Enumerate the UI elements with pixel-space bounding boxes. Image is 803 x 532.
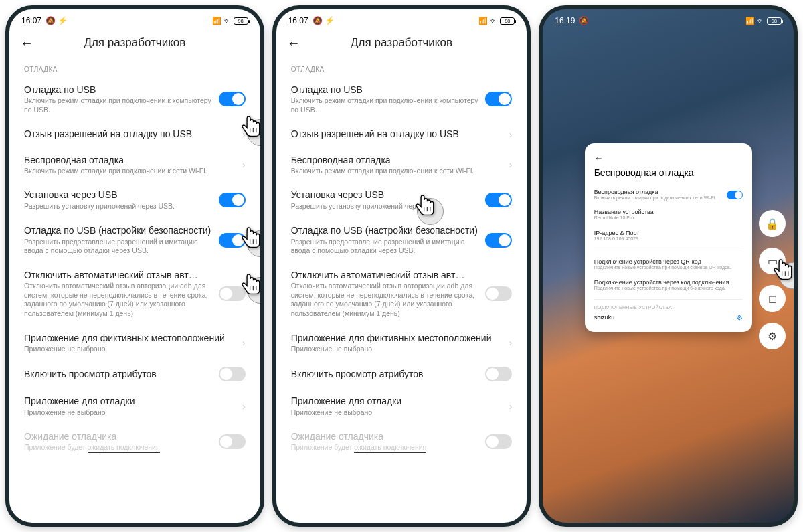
card-row-sub: Подключите новые устройства при помощи с…	[594, 265, 743, 270]
status-bar: 16:19🔕 📶 ᯤ98	[543, 9, 794, 29]
card-row-device-name[interactable]: Название устройстваRedmi Note 10 Pro	[594, 205, 743, 225]
toggle-auto-revoke[interactable]	[219, 286, 246, 301]
row-attr-view[interactable]: Включить просмотр атрибутов	[276, 360, 527, 388]
toggle-auto-revoke[interactable]	[485, 286, 512, 301]
card-row-sub: 192.168.0.109:40079	[594, 236, 743, 242]
toggle-wireless-card[interactable]	[727, 191, 743, 199]
battery-icon: 98	[234, 17, 248, 25]
toggle-usb-security[interactable]	[485, 233, 512, 248]
row-usb-debug[interactable]: Отладка по USBВключить режим отладки при…	[276, 77, 527, 121]
card-row-code-pair[interactable]: Подключение устройств через код подключе…	[594, 275, 743, 295]
header: ← Для разработчиков	[9, 29, 260, 56]
row-install-usb[interactable]: Установка через USBРазрешить установку п…	[9, 182, 260, 217]
row-mock-location[interactable]: Приложение для фиктивных местоположенийП…	[276, 325, 527, 361]
side-btn-settings[interactable]: ⚙	[759, 323, 786, 349]
row-sub: Приложение не выбрано	[24, 408, 236, 418]
row-wireless[interactable]: Беспроводная отладкаВключить режим отлад…	[9, 147, 260, 183]
row-attr-view[interactable]: Включить просмотр атрибутов	[9, 360, 260, 388]
side-btn-lock[interactable]: 🔒	[759, 210, 786, 237]
toggle-wait-debugger	[219, 434, 246, 449]
row-title: Ожидание отладчика	[291, 430, 479, 442]
chevron-icon: ›	[242, 129, 246, 140]
window-icon: ◻	[768, 292, 777, 305]
row-title: Установка через USB	[24, 189, 212, 201]
row-debug-app[interactable]: Приложение для отладкиПриложение не выбр…	[9, 388, 260, 424]
row-auto-revoke[interactable]: Отключить автоматический отзыв авт…Отклю…	[9, 262, 260, 325]
chevron-icon: ›	[242, 401, 246, 412]
card-row-ip-port[interactable]: IP-адрес & Порт192.168.0.109:40079	[594, 226, 743, 246]
card-row-wireless[interactable]: Беспроводная отладкаВключить режим отлад…	[594, 185, 743, 205]
row-title: Беспроводная отладка	[291, 154, 503, 166]
toggle-usb-debug[interactable]	[485, 92, 512, 106]
status-time: 16:19	[555, 16, 575, 25]
row-wireless[interactable]: Беспроводная отладкаВключить режим отлад…	[276, 147, 527, 183]
row-revoke[interactable]: Отзыв разрешений на отладку по USB ›	[276, 121, 527, 147]
header: ← Для разработчиков	[276, 29, 527, 56]
row-sub: Разрешить установку приложений через USB…	[24, 202, 212, 211]
row-sub: Отключить автоматический отзыв авторизац…	[24, 282, 212, 319]
card-row-title: Беспроводная отладка	[594, 189, 727, 195]
card-back-icon[interactable]: ←	[594, 153, 743, 163]
status-icons: 🔕 ⚡	[313, 16, 335, 25]
row-usb-security[interactable]: Отладка по USB (настройки безопасности)Р…	[9, 217, 260, 262]
card-row-qr-pair[interactable]: Подключение устройств через QR-кодПодклю…	[594, 254, 743, 274]
phone-3: 16:19🔕 📶 ᯤ98 ← Беспроводная отладка Бесп…	[539, 5, 798, 527]
toggle-usb-security[interactable]	[219, 233, 246, 248]
toggle-wait-debugger	[485, 434, 512, 449]
page-title: Для разработчиков	[287, 36, 517, 50]
card-row-sub: Включить режим отладки при подключении к…	[594, 195, 727, 201]
device-name: shizuku	[594, 314, 615, 321]
chevron-icon: ›	[509, 159, 513, 170]
battery-icon: 98	[767, 17, 782, 25]
row-title: Отладка по USB	[291, 84, 479, 96]
card-row-title: IP-адрес & Порт	[594, 230, 743, 236]
status-bar: 16:07🔕 ⚡ 📶 ᯤ98	[9, 9, 260, 29]
page-title: Для разработчиков	[20, 36, 250, 50]
row-title: Установка через USB	[291, 189, 479, 201]
chevron-icon: ›	[509, 401, 513, 412]
row-title: Включить просмотр атрибутов	[24, 368, 212, 380]
row-sub: Приложение не выбрано	[24, 345, 236, 354]
back-arrow-icon[interactable]: ←	[20, 35, 33, 51]
gear-icon[interactable]: ⚙	[737, 314, 743, 321]
row-title: Отзыв разрешений на отладку по USB	[291, 128, 503, 140]
phone-2: 16:07🔕 ⚡ 📶 ᯤ98 ← Для разработчиков ОТЛАД…	[272, 5, 531, 527]
row-revoke[interactable]: Отзыв разрешений на отладку по USB ›	[9, 121, 260, 147]
row-title: Отключить автоматический отзыв авт…	[291, 269, 479, 281]
toggle-usb-debug[interactable]	[219, 92, 246, 106]
cursor-bg	[417, 198, 444, 225]
card-device-row[interactable]: shizuku ⚙	[594, 310, 743, 325]
back-arrow-icon[interactable]: ←	[287, 35, 300, 51]
row-title: Приложение для фиктивных местоположений	[291, 332, 503, 344]
section-label: ОТЛАДКА	[276, 56, 527, 77]
card-row-title: Название устройства	[594, 209, 743, 215]
row-debug-app[interactable]: Приложение для отладкиПриложение не выбр…	[276, 388, 527, 424]
chevron-icon: ›	[242, 159, 246, 170]
row-auto-revoke[interactable]: Отключить автоматический отзыв авт…Отклю…	[276, 262, 527, 325]
divider	[594, 299, 743, 300]
card-row-title: Подключение устройств через QR-код	[594, 258, 743, 265]
toggle-attr-view[interactable]	[219, 367, 246, 381]
row-wait-debugger: Ожидание отладчикаПриложение будет ожида…	[9, 424, 260, 460]
row-install-usb[interactable]: Установка через USBРазрешить установку п…	[276, 182, 527, 217]
card-row-sub: Redmi Note 10 Pro	[594, 215, 743, 221]
row-sub-b: ожидать подключения	[354, 443, 426, 453]
row-usb-security[interactable]: Отладка по USB (настройки безопасности)Р…	[276, 217, 527, 262]
signal-icon: 📶 ᯤ	[212, 17, 231, 25]
chevron-icon: ›	[242, 337, 246, 348]
row-sub: Включить режим отладки при подключении к…	[291, 167, 503, 176]
side-btn-window[interactable]: ◻	[759, 285, 786, 312]
toggle-install-usb[interactable]	[485, 193, 512, 207]
row-sub: Приложение не выбрано	[291, 345, 503, 354]
card-title: Беспроводная отладка	[594, 167, 743, 178]
split-screen-icon: ▭	[768, 255, 778, 268]
row-title: Беспроводная отладка	[24, 154, 236, 166]
toggle-attr-view[interactable]	[485, 367, 512, 381]
row-usb-debug[interactable]: Отладка по USBВключить режим отладки при…	[9, 77, 260, 121]
row-title: Приложение для отладки	[291, 395, 503, 407]
chevron-icon: ›	[509, 129, 513, 140]
toggle-install-usb[interactable]	[219, 193, 246, 207]
recents-card[interactable]: ← Беспроводная отладка Беспроводная отла…	[585, 143, 752, 332]
row-mock-location[interactable]: Приложение для фиктивных местоположенийП…	[9, 325, 260, 361]
row-sub: Разрешить предоставление разрешений и им…	[24, 238, 212, 256]
